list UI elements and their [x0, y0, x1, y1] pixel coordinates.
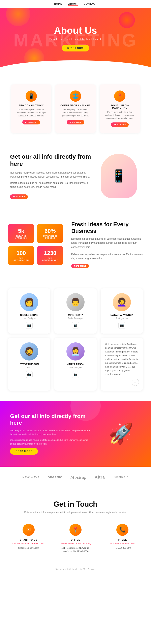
- team-avatar-bottom-1: 👩‍💼: [66, 342, 85, 360]
- service-card: 📱 SEO CONSULTANCY Per ea quod justo. Te …: [11, 84, 51, 133]
- team-name-2: NATASHA IVANOVA: [105, 314, 139, 316]
- contact-grid: ✉ CHART TO US Our friendly team is here …: [8, 524, 143, 553]
- contact-icon-0: ✉: [23, 524, 35, 536]
- info-read-more-button[interactable]: READ MORE: [10, 194, 28, 199]
- footer-note: Sample text. Click to select the Text El…: [0, 566, 151, 573]
- team-role-bottom-0: SEO: [12, 366, 46, 369]
- contact-subtitle: Duis aute irure dolor in reprehenderit i…: [8, 511, 143, 514]
- contact-detail-1: 121 Rock Street, 21 Avenue,New York, NY …: [55, 546, 96, 553]
- contact-icon-2: 📞: [116, 524, 128, 536]
- stat-card-0: 5k CREATIVE APPROACH: [8, 224, 34, 243]
- contact-detail-0: hi@ourcompany.com: [8, 546, 49, 550]
- service-card: 📍 SOCIAL MEDIA MARKETING Per ea quod jus…: [100, 84, 140, 133]
- stats-grid: 5k CREATIVE APPROACH 60% GUARANTEED SUCC…: [8, 224, 63, 265]
- instagram-icon-2[interactable]: 📷: [118, 322, 125, 329]
- contact-icon-1: 📍: [69, 524, 82, 536]
- team-card-bottom-mary-larson: 👩‍💼 MARY LARSON Lead Designer 📷: [54, 338, 97, 391]
- cta-para1: Nec feugiat nisl pretium fusce id. Justo…: [10, 429, 93, 436]
- stats-section: 5k CREATIVE APPROACH 60% GUARANTEED SUCC…: [0, 211, 151, 278]
- stat-label-3: SEO CONSULTANCY: [41, 257, 59, 261]
- service-read-more-2[interactable]: READ MORE: [111, 122, 129, 127]
- brand-logo-2: Mockup: [70, 475, 87, 480]
- team-card-natasha-ivanova: 👩‍🦱 NATASHA IVANOVA Photographer 📷: [101, 288, 143, 334]
- team-avatar-bottom-0: 🧔: [20, 342, 38, 360]
- stat-num-1: 60%: [41, 228, 59, 234]
- stat-label-0: CREATIVE APPROACH: [12, 235, 30, 239]
- contact-link-0: Our friendly team is here to help.: [8, 542, 49, 545]
- service-icon-2: 📍: [114, 90, 125, 102]
- stat-num-2: 100: [12, 250, 30, 256]
- services-section: 📱 SEO CONSULTANCY Per ea quod justo. Te …: [0, 72, 151, 141]
- team-company-text: While we were not the first home cleanin…: [105, 342, 139, 376]
- fresh-para1: Nec feugiat nisl pretium fusce id. Justo…: [71, 237, 143, 249]
- team-name-0: NICOLE STONE: [12, 314, 46, 316]
- service-card: 🌐 COMPETITOR ANALYSIS Per ea quod justo.…: [55, 84, 96, 133]
- team-company-text-card: While we were not the first home cleanin…: [101, 338, 143, 391]
- contact-card-1: 📍 OFFICE Come say hello at our office HQ…: [55, 524, 96, 553]
- fresh-para2: Delectus recteque has ne, no pro tation …: [71, 252, 143, 260]
- hero-section: MARKETING About Us Sample text. Click to…: [0, 8, 151, 72]
- team-name-bottom-0: STEVE HUDSON: [12, 363, 46, 366]
- stat-card-2: 100 SEO OPTIMIZATION: [8, 246, 34, 265]
- service-title-0: SEO CONSULTANCY: [15, 104, 47, 106]
- team-role-bottom-1: Lead Designer: [58, 366, 93, 369]
- service-icon-1: 🌐: [70, 90, 81, 102]
- info-image: 📱: [101, 154, 141, 198]
- contact-link-1: Come say hello at our office HQ: [55, 542, 96, 545]
- team-card-mike-perry: 👨 MIKE PERRY Senior Developer 📷: [54, 288, 97, 334]
- nav-contact[interactable]: CONTACT: [84, 2, 97, 6]
- info-para1: Nec feugiat nisl pretium fusce id. Justo…: [10, 171, 93, 179]
- instagram-icon-bottom-0[interactable]: 📷: [26, 371, 33, 378]
- team-grid-top: 👩 NICOLE STONE Lead Designer 📷 👨 MIKE PE…: [8, 288, 143, 334]
- nav-about[interactable]: ABOUT: [68, 2, 78, 6]
- navigation: HOME ABOUT CONTACT: [0, 0, 151, 8]
- contact-section: Get in Touch Duis aute irure dolor in re…: [0, 488, 151, 566]
- instagram-icon-0[interactable]: 📷: [26, 322, 33, 329]
- team-role-0: Lead Designer: [12, 317, 46, 320]
- team-avatar-0: 👩: [20, 293, 38, 311]
- brand-logo-4: LUMENARIS: [113, 476, 128, 478]
- cta-image: 🚀: [101, 422, 141, 446]
- fresh-ideas: Fresh Ideas for Every Business Nec feugi…: [71, 221, 143, 268]
- team-role-1: Senior Developer: [58, 317, 93, 320]
- service-read-more-0[interactable]: READ MORE: [22, 120, 40, 124]
- service-icon-0: 📱: [26, 90, 37, 102]
- hero-subtitle: Sample text. Click to select the Text El…: [49, 38, 102, 40]
- hero-wave: [0, 60, 151, 72]
- fresh-read-more-button[interactable]: READ MORE: [71, 264, 89, 268]
- info-para2: Delectus recteque has ne, no pro tation …: [10, 181, 93, 189]
- stat-card-1: 60% GUARANTEED SUCCESS: [37, 224, 63, 243]
- stat-label-2: SEO OPTIMIZATION: [12, 257, 30, 261]
- brands-section: NEW WAVEORGANICMockupAltraLUMENARIS: [0, 467, 151, 488]
- team-card-bottom-steve-hudson: 🧔 STEVE HUDSON SEO 📷: [8, 338, 50, 391]
- cta-section: Get our all info directly from here Nec …: [0, 401, 151, 467]
- info-title: Get our all info directly from here: [10, 153, 93, 168]
- contact-detail-2: +1(555) 000-000: [102, 546, 143, 550]
- contact-type-2: PHONE: [102, 539, 143, 541]
- nav-home[interactable]: HOME: [54, 2, 62, 6]
- team-arrow-button[interactable]: →: [132, 378, 139, 386]
- service-title-2: SOCIAL MEDIA MARKETING: [104, 104, 136, 109]
- contact-title: Get in Touch: [8, 500, 143, 508]
- service-desc-0: Per ea quod justo. Te autem pertinax def…: [15, 108, 47, 117]
- instagram-icon-1[interactable]: 📷: [72, 322, 79, 329]
- team-role-2: Photographer: [105, 317, 139, 320]
- hero-cta-button[interactable]: START NOW: [62, 45, 89, 52]
- cta-read-more-button[interactable]: READ MORE: [10, 448, 38, 454]
- service-desc-2: Per ea quod justo. Te autem pertinax def…: [104, 110, 136, 120]
- team-section: 👩 NICOLE STONE Lead Designer 📷 👨 MIKE PE…: [0, 278, 151, 401]
- contact-type-1: OFFICE: [55, 539, 96, 541]
- cta-title: Get our all info directly from here: [10, 413, 93, 426]
- team-avatar-1: 👨: [66, 293, 85, 311]
- hero-blob-1: [6, 8, 30, 26]
- hand-mockup: 📱: [101, 154, 137, 198]
- stat-label-1: GUARANTEED SUCCESS: [41, 235, 59, 239]
- service-read-more-1[interactable]: READ MORE: [67, 120, 84, 124]
- instagram-icon-bottom-1[interactable]: 📷: [72, 371, 79, 378]
- contact-card-0: ✉ CHART TO US Our friendly team is here …: [8, 524, 49, 553]
- brand-logo-3: Altra: [95, 475, 105, 480]
- brand-logo-1: ORGANIC: [48, 476, 62, 479]
- team-name-1: MIKE PERRY: [58, 314, 93, 316]
- contact-card-2: 📞 PHONE Mon-Fri from 8am to 5am +1(555) …: [102, 524, 143, 553]
- hero-title: About Us: [54, 25, 97, 36]
